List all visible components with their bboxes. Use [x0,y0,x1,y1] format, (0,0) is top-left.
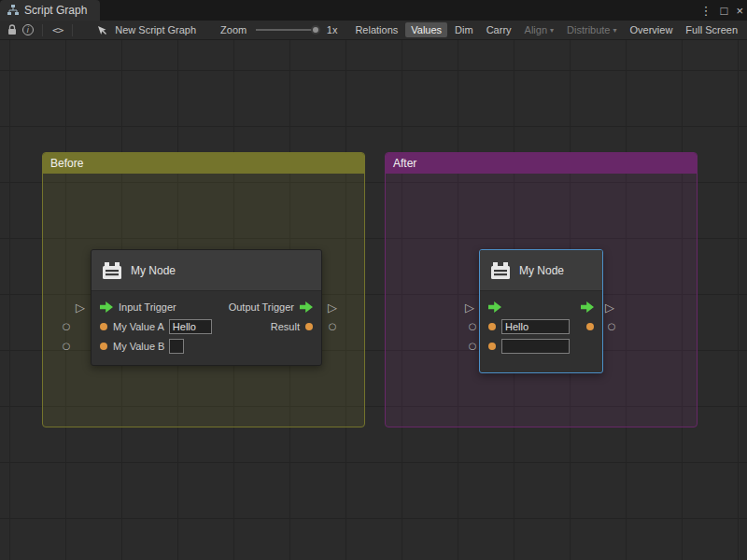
input-trigger-port-icon[interactable] [488,301,501,313]
port-row-triggers [480,297,602,316]
dim-button[interactable]: Dim [449,22,479,37]
tab-script-graph[interactable]: Script Graph [0,0,100,21]
flow-input-marker[interactable]: ▷ [465,301,474,314]
value-a-port-icon[interactable] [100,323,107,330]
output-trigger-label: Output Trigger [229,301,294,313]
node-title: My Node [131,264,176,277]
group-before-title: Before [50,157,83,170]
machine-icon [102,261,122,280]
flow-output-marker[interactable]: ▷ [605,301,614,314]
value-a-port-icon[interactable] [488,323,496,330]
result-port-icon[interactable] [305,323,313,330]
node-my-node-after[interactable]: My Node [479,249,603,373]
carry-button[interactable]: Carry [481,22,517,37]
node-title: My Node [519,264,564,277]
group-after-title: After [393,157,416,170]
overview-button[interactable]: Overview [625,22,679,37]
relations-button[interactable]: Relations [349,22,403,37]
window-controls: ⋮ □ × [700,0,743,21]
node-header[interactable]: My Node [92,250,321,291]
value-a-input[interactable] [501,319,570,334]
value-input-marker[interactable]: ○ [63,342,71,351]
close-icon[interactable]: × [736,5,743,17]
full-screen-button[interactable]: Full Screen [680,22,743,37]
zoom-value: 1x [327,24,338,35]
zoom-label: Zoom [220,24,247,35]
toolbar-separator [72,24,73,36]
input-trigger-port-icon[interactable] [100,301,113,313]
graph-canvas[interactable]: Before After My Node [0,40,747,560]
port-row-value-a [480,316,602,336]
align-label: Align [525,24,547,35]
machine-icon [490,261,511,280]
value-b-input[interactable] [169,339,184,354]
node-body: Input Trigger Output Trigger My Value A … [92,291,321,356]
tab-title: Script Graph [24,4,87,17]
chevron-down-icon: ▾ [613,26,617,35]
toolbar-separator [42,24,43,36]
new-script-graph-label[interactable]: New Script Graph [115,24,196,35]
values-button[interactable]: Values [405,22,447,37]
result-label: Result [271,321,300,332]
output-trigger-port-icon[interactable] [300,301,313,313]
tab-bar: Script Graph ⋮ □ × [0,0,747,21]
value-b-port-icon[interactable] [488,343,496,350]
graph-toolbar: i <> New Script Graph Zoom 1x Relations … [0,21,747,40]
node-header[interactable]: My Node [480,250,602,291]
group-after-header[interactable]: After [386,153,697,174]
value-a-label: My Value A [113,321,164,332]
align-dropdown[interactable]: Align ▾ [519,22,559,37]
flow-input-marker[interactable]: ▷ [76,301,85,314]
chevron-down-icon: ▾ [550,26,554,35]
graph-pointer-icon [94,21,110,38]
value-input-marker[interactable]: ○ [63,322,71,331]
code-icon[interactable]: <> [49,21,65,38]
zoom-slider[interactable] [256,24,320,35]
result-port-icon[interactable] [586,323,594,330]
port-row-value-b [480,336,602,356]
port-row-triggers: Input Trigger Output Trigger [92,297,321,316]
value-output-marker[interactable]: ○ [329,322,337,331]
group-before-header[interactable]: Before [43,153,364,174]
distribute-label: Distribute [567,24,610,35]
value-b-input[interactable] [501,339,570,354]
input-trigger-label: Input Trigger [119,301,176,313]
output-trigger-port-icon[interactable] [581,301,594,313]
node-my-node-before[interactable]: My Node Input Trigger Output Trigger [91,249,322,366]
value-b-port-icon[interactable] [100,343,107,350]
zoom-slider-handle[interactable] [311,25,320,35]
script-graph-window: Script Graph ⋮ □ × i <> New [0,0,747,560]
value-b-label: My Value B [113,341,164,352]
distribute-dropdown[interactable]: Distribute ▾ [561,22,622,37]
maximize-icon[interactable]: □ [721,5,728,17]
port-row-value-a: My Value A Result [92,316,321,336]
menu-icon[interactable]: ⋮ [700,5,712,17]
flow-output-marker[interactable]: ▷ [328,301,337,314]
info-icon[interactable]: i [20,21,35,38]
node-body [480,291,602,356]
lock-icon[interactable] [4,21,20,38]
value-input-marker[interactable]: ○ [469,322,477,331]
value-output-marker[interactable]: ○ [608,322,616,331]
port-row-value-b: My Value B [92,336,321,356]
value-a-input[interactable] [169,319,212,334]
value-input-marker[interactable]: ○ [469,342,477,351]
script-graph-icon [7,5,19,16]
